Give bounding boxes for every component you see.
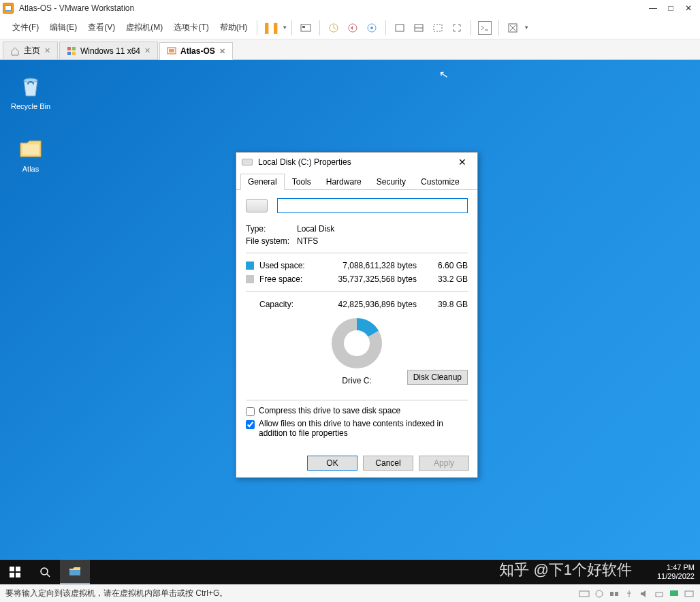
toolbar-separator: [291, 20, 292, 35]
svg-point-5: [370, 27, 373, 29]
vm-icon: [167, 46, 176, 56]
tab-home[interactable]: 主页 ✕: [3, 42, 58, 59]
svg-rect-19: [10, 567, 14, 571]
desktop-recycle-bin[interactable]: Recycle Bin: [7, 72, 54, 110]
close-button[interactable]: ✕: [680, 1, 697, 15]
recycle-bin-label: Recycle Bin: [7, 102, 54, 110]
tab-close-icon[interactable]: ✕: [44, 46, 50, 55]
compress-checkbox[interactable]: [246, 407, 255, 416]
sound-status-icon[interactable]: [639, 589, 650, 599]
divider: [246, 253, 468, 253]
tab-hardware[interactable]: Hardware: [319, 174, 369, 190]
windows-icon: [67, 46, 76, 56]
display-status-icon[interactable]: [669, 589, 680, 599]
desktop-atlas-folder[interactable]: Atlas: [7, 135, 54, 173]
toolbar-separator: [471, 20, 471, 35]
index-checkbox-row[interactable]: Allow files on this drive to have conten…: [246, 419, 468, 438]
snapshot-take-icon[interactable]: [327, 21, 340, 35]
cd-status-icon[interactable]: [594, 589, 605, 599]
stretch-icon[interactable]: [506, 21, 520, 35]
view-split-icon[interactable]: [412, 21, 426, 35]
file-explorer-button[interactable]: [60, 560, 90, 584]
fs-label: File system:: [246, 236, 297, 246]
tab-close-icon[interactable]: ✕: [219, 47, 225, 56]
dialog-tabs: General Tools Hardware Security Customiz…: [236, 173, 477, 190]
dialog-buttons: OK Cancel Apply: [236, 449, 477, 477]
vmware-tabbar: 主页 ✕ Windows 11 x64 ✕ Atlas-OS ✕: [0, 39, 700, 60]
tab-security[interactable]: Security: [369, 174, 413, 190]
network-status-icon[interactable]: [609, 589, 620, 599]
menu-file[interactable]: 文件(F): [7, 19, 44, 36]
svg-rect-32: [685, 591, 693, 597]
vmware-logo-icon: [3, 3, 14, 14]
index-checkbox[interactable]: [246, 420, 255, 429]
divider: [246, 291, 468, 292]
menu-tabs[interactable]: 选项卡(T): [168, 19, 214, 36]
svg-rect-1: [302, 26, 305, 28]
snapshot-manage-icon[interactable]: [365, 21, 379, 35]
compress-checkbox-row[interactable]: Compress this drive to save disk space: [246, 406, 468, 416]
printer-status-icon[interactable]: [654, 589, 665, 599]
tab-win11-label: Windows 11 x64: [80, 46, 140, 56]
tab-general[interactable]: General: [240, 174, 285, 190]
snapshot-revert-icon[interactable]: [346, 21, 360, 35]
apply-button[interactable]: Apply: [419, 456, 469, 471]
start-button[interactable]: [0, 560, 30, 584]
svg-rect-21: [10, 573, 14, 577]
stretch-dropdown-icon[interactable]: ▼: [524, 25, 529, 31]
tab-home-label: 主页: [24, 45, 40, 57]
svg-rect-25: [69, 570, 80, 575]
disk-cleanup-button[interactable]: Disk Cleanup: [407, 370, 468, 385]
tab-customize[interactable]: Customize: [413, 174, 467, 190]
status-message: 要将输入定向到该虚拟机，请在虚拟机内部单击或按 Ctrl+G。: [5, 588, 227, 599]
usb-status-icon[interactable]: [624, 589, 635, 599]
tab-tools[interactable]: Tools: [285, 174, 319, 190]
free-gb: 33.2 GB: [430, 274, 468, 284]
svg-rect-31: [670, 590, 678, 596]
menu-help[interactable]: 帮助(H): [214, 19, 253, 36]
dialog-titlebar[interactable]: Local Disk (C:) Properties ✕: [236, 153, 477, 172]
svg-point-23: [41, 568, 48, 575]
tab-close-icon[interactable]: ✕: [144, 46, 150, 55]
tab-win11[interactable]: Windows 11 x64 ✕: [59, 42, 158, 59]
view-unity-icon[interactable]: [431, 21, 445, 35]
minimize-button[interactable]: —: [644, 1, 662, 15]
maximize-button[interactable]: □: [662, 1, 680, 15]
dialog-body: Type:Local Disk File system:NTFS Used sp…: [236, 190, 477, 449]
svg-rect-13: [67, 52, 71, 55]
vmware-titlebar: Atlas-OS - VMware Workstation — □ ✕: [0, 0, 700, 16]
menu-view[interactable]: 查看(V): [82, 19, 121, 36]
toolbar-separator: [319, 20, 320, 35]
svg-rect-29: [615, 592, 618, 596]
disk-status-icon[interactable]: [579, 589, 590, 599]
vm-desktop[interactable]: Recycle Bin Atlas ↖ Local Disk (C:) Prop…: [0, 60, 700, 584]
toolbar-separator: [498, 20, 499, 35]
ok-button[interactable]: OK: [307, 456, 357, 471]
view-fullscreen-icon[interactable]: [450, 21, 464, 35]
drive-name-input[interactable]: [277, 198, 468, 213]
windows-taskbar: 知乎 @下1个好软件 1:47 PM 11/29/2022: [0, 560, 700, 584]
menu-vm[interactable]: 虚拟机(M): [121, 19, 168, 36]
tab-atlas-label: Atlas-OS: [180, 46, 215, 56]
search-button[interactable]: [30, 560, 60, 584]
atlas-folder-label: Atlas: [7, 165, 54, 173]
cursor-icon: ↖: [438, 67, 449, 82]
message-status-icon[interactable]: [684, 589, 695, 599]
pause-vm-button[interactable]: ❚❚: [264, 21, 278, 35]
dialog-close-button[interactable]: ✕: [453, 157, 472, 168]
svg-rect-18: [22, 144, 39, 155]
pause-dropdown-icon[interactable]: ▼: [282, 25, 287, 31]
console-icon[interactable]: [478, 21, 492, 35]
index-label: Allow files on this drive to have conten…: [259, 419, 468, 438]
svg-rect-20: [16, 567, 20, 571]
system-tray-clock[interactable]: 1:47 PM 11/29/2022: [657, 563, 700, 581]
window-title: Atlas-OS - VMware Workstation: [19, 3, 644, 13]
view-single-icon[interactable]: [393, 21, 407, 35]
vmware-menubar: 文件(F) 编辑(E) 查看(V) 虚拟机(M) 选项卡(T) 帮助(H) ❚❚…: [0, 16, 700, 39]
tab-atlas[interactable]: Atlas-OS ✕: [159, 42, 233, 60]
send-ctrl-alt-del-icon[interactable]: [299, 21, 313, 35]
capacity-bytes: 42,825,936,896 bytes: [314, 300, 430, 309]
menu-edit[interactable]: 编辑(E): [44, 19, 82, 36]
cancel-button[interactable]: Cancel: [363, 456, 413, 471]
vmware-statusbar: 要将输入定向到该虚拟机，请在虚拟机内部单击或按 Ctrl+G。: [0, 584, 700, 602]
